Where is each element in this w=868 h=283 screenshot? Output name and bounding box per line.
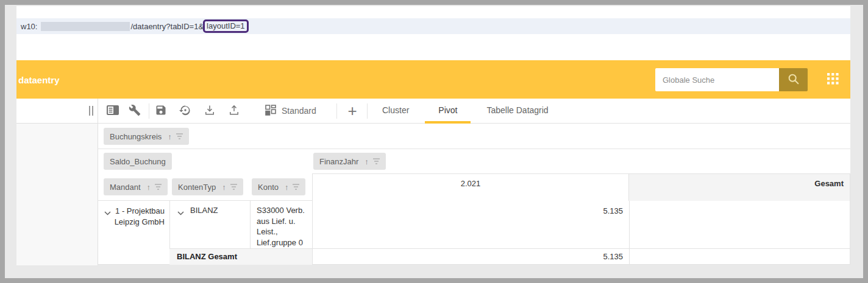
settings-button[interactable] [129, 105, 141, 117]
mandant-value: 1 - Projektbau Leipzig GmbH [111, 206, 165, 265]
dashboard-icon [265, 105, 276, 117]
spacer-band [16, 34, 850, 60]
cell-value-gesamt [629, 201, 850, 248]
field-chip-buchungskreis[interactable]: Buchungskreis ↑ [104, 128, 189, 145]
tab-tabelle-datagrid[interactable]: Tabelle Datagrid [472, 99, 563, 124]
layout-name-label: Standard [282, 106, 316, 116]
add-view-button[interactable]: + [344, 99, 361, 123]
column-header-2021[interactable]: 2.021 [312, 173, 629, 201]
global-search [655, 68, 808, 91]
toolbar-separator [336, 103, 337, 119]
sort-asc-icon[interactable]: ↑ [168, 132, 172, 141]
window-frame: w10: /dataentry?tabID=1& layoutID=1 data… [5, 5, 863, 278]
top-strip [16, 6, 850, 18]
wrench-icon [129, 104, 141, 118]
field-chip-label: Mandant [110, 183, 141, 192]
subtotal-value-gesamt [629, 249, 850, 265]
history-restore-icon [179, 104, 191, 118]
field-chip-label: Saldo_Buchung [110, 157, 166, 166]
sort-asc-icon[interactable]: ↑ [285, 183, 289, 192]
filter-icon[interactable] [230, 184, 237, 190]
subtotal-value-2021: 5.135 [312, 249, 629, 265]
pivot-header-row: Mandant ↑ KontenTyp ↑ Konto ↑ 2.021 Gesa… [98, 173, 850, 201]
url-bar[interactable]: w10: /dataentry?tabID=1& layoutID=1 [16, 18, 850, 34]
restore-button[interactable] [179, 105, 191, 117]
search-icon [787, 72, 800, 88]
filter-icon[interactable] [176, 133, 183, 139]
apps-grid-button[interactable] [827, 73, 839, 85]
pivot-grid: Buchungskreis ↑ Saldo_Buchung FinanzJahr… [98, 124, 850, 265]
sort-asc-icon[interactable]: ↑ [147, 183, 151, 192]
url-layout-param-highlight: layoutID=1 [203, 19, 249, 33]
upload-button[interactable] [228, 105, 240, 117]
sort-asc-icon[interactable]: ↑ [222, 183, 226, 192]
save-icon [155, 104, 167, 118]
cell-value-2021: 5.135 [312, 201, 629, 248]
subtotal-label: BILANZ Gesamt [169, 249, 312, 265]
upload-icon [228, 104, 240, 118]
chevron-down-icon[interactable] [104, 208, 111, 265]
layout-selector-button[interactable]: Standard [265, 99, 316, 123]
filter-icon[interactable] [293, 184, 299, 190]
screenshot-root: w10: /dataentry?tabID=1& layoutID=1 data… [0, 0, 868, 283]
download-icon [204, 104, 216, 118]
url-redacted-block [41, 22, 130, 31]
search-button[interactable] [779, 68, 808, 91]
column-header-gesamt[interactable]: Gesamt [629, 173, 850, 201]
search-input[interactable] [655, 68, 779, 91]
cell-konto: S33000 Verb. aus Lief. u. Leist., Lief.g… [250, 201, 312, 248]
cell-mandant: 1 - Projektbau Leipzig GmbH [98, 201, 169, 265]
view-tabs: Cluster Pivot Tabelle Datagrid [368, 99, 563, 124]
field-chip-konto[interactable]: Konto ↑ [252, 178, 305, 195]
field-chip-kontentyp[interactable]: KontenTyp ↑ [172, 178, 243, 195]
tab-pivot[interactable]: Pivot [424, 99, 472, 124]
filter-icon[interactable] [155, 184, 162, 190]
app-header-bar: dataentry [16, 60, 850, 99]
field-chip-label: FinanzJahr [319, 157, 358, 166]
save-button[interactable] [155, 105, 167, 117]
left-sidebar [16, 124, 98, 265]
filter-icon[interactable] [373, 158, 380, 164]
pivot-filter-area: Buchungskreis ↑ [98, 124, 850, 149]
field-chip-mandant[interactable]: Mandant ↑ [104, 178, 168, 195]
apps-grid-icon [827, 77, 839, 86]
field-chip-finanzjahr[interactable]: FinanzJahr ↑ [313, 153, 386, 170]
url-prefix: w10: [21, 22, 37, 31]
toolbar-separator [149, 103, 149, 119]
pivot-data-column-area: Saldo_Buchung FinanzJahr ↑ [98, 149, 850, 173]
download-button[interactable] [204, 105, 216, 117]
app-title: dataentry [18, 74, 60, 85]
cell-kontentyp: BILANZ [169, 201, 250, 248]
view-toolbar: Standard + Cluster Pivot Tabelle Datagri… [16, 99, 850, 124]
toggle-panel-button[interactable] [107, 105, 119, 117]
list-panel-icon [107, 105, 119, 117]
field-chip-saldo-buchung[interactable]: Saldo_Buchung [104, 153, 172, 170]
sidebar-header [16, 99, 98, 123]
pivot-body: 1 - Projektbau Leipzig GmbH BILANZ S3300… [98, 201, 850, 265]
chevron-down-icon[interactable] [177, 208, 184, 248]
splitter-drag-handle-icon[interactable] [89, 106, 93, 116]
subtotal-row: BILANZ Gesamt 5.135 [169, 248, 850, 265]
url-path: /dataentry?tabID=1& [130, 22, 204, 31]
kontentyp-value: BILANZ [190, 206, 218, 248]
field-chip-label: Konto [258, 183, 279, 192]
tab-cluster[interactable]: Cluster [368, 99, 424, 124]
sort-asc-icon[interactable]: ↑ [365, 157, 369, 166]
field-chip-label: Buchungskreis [110, 132, 162, 141]
field-chip-label: KontenTyp [178, 183, 216, 192]
